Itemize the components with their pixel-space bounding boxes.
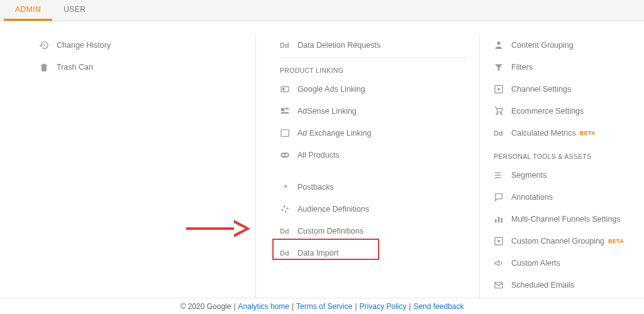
- beta-badge: BETA: [608, 238, 624, 244]
- channel-settings-label: Channel Settings: [511, 85, 571, 94]
- calculated-metrics-link[interactable]: Dd Calculated Metrics BETA: [494, 122, 644, 144]
- all-products-label: All Products: [297, 151, 340, 160]
- segments-label: Segments: [511, 171, 547, 180]
- segments-icon: [494, 170, 511, 180]
- custom-definitions-link[interactable]: Dd Custom Definitions: [280, 220, 479, 242]
- adsense-label: AdSense Linking: [297, 107, 357, 116]
- mail-icon: [494, 280, 511, 290]
- ad-exchange-label: Ad Exchange Linking: [297, 129, 371, 138]
- scheduled-emails-link[interactable]: Scheduled Emails: [494, 274, 644, 296]
- custom-alerts-label: Custom Alerts: [511, 259, 560, 268]
- custom-channel-label: Custom Channel Grouping: [511, 237, 604, 246]
- channel-settings-link[interactable]: Channel Settings: [494, 78, 644, 100]
- data-deletion-link[interactable]: Dd Data Deletion Requests: [280, 34, 479, 56]
- postbacks-icon: [280, 182, 297, 192]
- change-history-link[interactable]: Change History: [39, 34, 255, 56]
- custom-alerts-link[interactable]: Custom Alerts: [494, 252, 644, 274]
- ad-exchange-link[interactable]: Ad Exchange Linking: [280, 122, 479, 144]
- svg-point-16: [497, 240, 500, 242]
- dd-icon: Dd: [280, 41, 297, 49]
- custom-definitions-label: Custom Definitions: [297, 227, 364, 236]
- channel-icon: [494, 236, 511, 246]
- svg-point-9: [497, 41, 500, 45]
- channel-icon: [494, 84, 511, 94]
- data-import-label: Data Import: [297, 249, 338, 257]
- filters-link[interactable]: Filters: [494, 56, 644, 78]
- svg-rect-3: [286, 107, 289, 109]
- top-tabs: ADMIN USER: [0, 0, 644, 21]
- svg-rect-2: [281, 107, 284, 111]
- google-ads-label: Google Ads Linking: [297, 85, 365, 94]
- svg-rect-14: [501, 218, 502, 222]
- svg-rect-1: [282, 88, 284, 90]
- ads-icon: [280, 84, 297, 94]
- postbacks-label: Postbacks: [297, 183, 334, 192]
- calculated-metrics-label: Calculated Metrics: [511, 129, 576, 138]
- multi-channel-link[interactable]: Multi-Channel Funnels Settings: [494, 208, 644, 230]
- scheduled-emails-label: Scheduled Emails: [511, 281, 574, 290]
- svg-rect-4: [281, 112, 289, 114]
- svg-rect-0: [281, 87, 289, 92]
- annotations-label: Annotations: [511, 193, 553, 202]
- svg-point-8: [286, 154, 288, 156]
- postbacks-link[interactable]: Postbacks: [280, 176, 479, 198]
- filters-label: Filters: [511, 63, 533, 72]
- person-icon: [494, 40, 511, 50]
- comment-icon: [494, 192, 511, 202]
- data-deletion-label: Data Deletion Requests: [297, 41, 380, 50]
- beta-badge: BETA: [580, 130, 596, 136]
- svg-rect-5: [281, 129, 289, 136]
- custom-channel-link[interactable]: Custom Channel Grouping BETA: [494, 230, 644, 252]
- ecommerce-label: Ecommerce Settings: [511, 107, 584, 116]
- terms-link[interactable]: Terms of Service: [296, 302, 352, 311]
- segments-link[interactable]: Segments: [494, 164, 644, 186]
- trash-can-label: Trash Can: [57, 63, 93, 72]
- ecommerce-link[interactable]: Ecommerce Settings: [494, 100, 644, 122]
- tab-user[interactable]: USER: [52, 0, 97, 21]
- account-column: Change History Trash Can: [0, 34, 255, 298]
- dd-icon: Dd: [280, 249, 297, 257]
- svg-rect-13: [498, 217, 500, 222]
- annotations-link[interactable]: Annotations: [494, 186, 644, 208]
- tab-admin[interactable]: ADMIN: [4, 0, 52, 21]
- property-column: Dd Data Deletion Requests PRODUCT LINKIN…: [255, 34, 479, 298]
- trash-can-link[interactable]: Trash Can: [39, 56, 255, 78]
- trash-icon: [39, 62, 57, 72]
- content-grouping-label: Content Grouping: [511, 41, 574, 50]
- data-import-link[interactable]: Dd Data Import: [280, 242, 479, 264]
- dd-icon: Dd: [280, 227, 297, 235]
- footer: © 2020 Google | Analytics home | Terms o…: [0, 298, 644, 314]
- adsense-link[interactable]: AdSense Linking: [280, 100, 479, 122]
- copyright: © 2020 Google: [180, 302, 231, 311]
- cart-icon: [494, 106, 511, 116]
- divider: [280, 57, 467, 58]
- audience-definitions-label: Audience Definitions: [297, 205, 369, 214]
- audience-definitions-link[interactable]: Audience Definitions: [280, 198, 479, 220]
- products-icon: [280, 151, 297, 159]
- svg-point-7: [282, 154, 284, 156]
- svg-rect-12: [495, 219, 497, 222]
- svg-point-11: [497, 88, 500, 90]
- bars-icon: [494, 214, 511, 224]
- dd-icon: Dd: [494, 129, 511, 137]
- analytics-home-link[interactable]: Analytics home: [238, 302, 289, 311]
- content-grouping-link[interactable]: Content Grouping: [494, 34, 644, 56]
- history-icon: [39, 40, 57, 50]
- personal-tools-header: PERSONAL TOOLS & ASSETS: [494, 153, 644, 160]
- product-linking-header: PRODUCT LINKING: [280, 67, 479, 74]
- google-ads-link[interactable]: Google Ads Linking: [280, 78, 479, 100]
- megaphone-icon: [494, 258, 511, 268]
- change-history-label: Change History: [57, 41, 111, 50]
- audience-icon: [280, 204, 297, 214]
- feedback-link[interactable]: Send feedback: [413, 302, 464, 311]
- view-column: Content Grouping Filters Channel Setting…: [479, 34, 644, 298]
- privacy-link[interactable]: Privacy Policy: [360, 302, 407, 311]
- all-products-link[interactable]: All Products: [280, 144, 479, 166]
- exchange-icon: [280, 128, 297, 138]
- multi-channel-label: Multi-Channel Funnels Settings: [511, 215, 621, 224]
- adsense-icon: [280, 106, 297, 116]
- filter-icon: [494, 62, 511, 72]
